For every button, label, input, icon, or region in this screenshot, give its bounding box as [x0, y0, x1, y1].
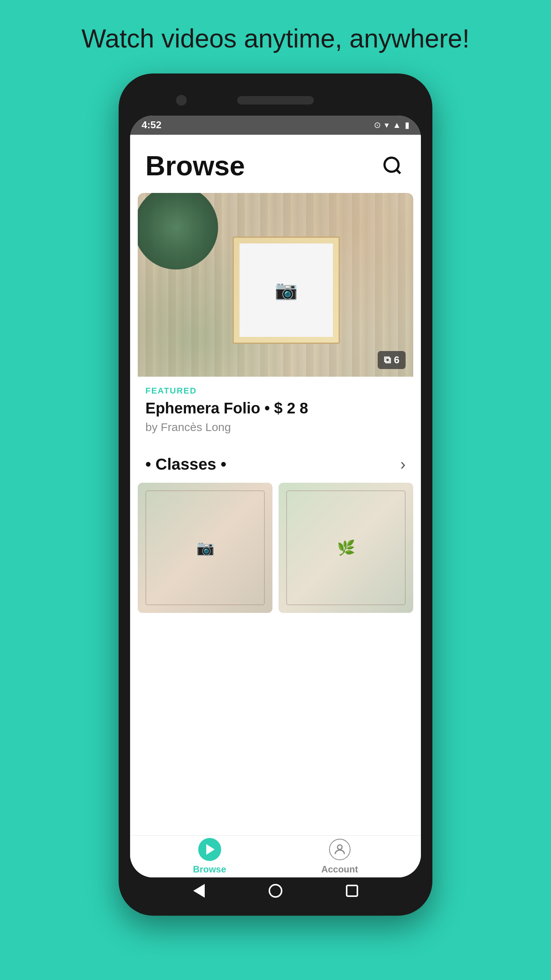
- svg-point-0: [384, 158, 398, 172]
- page-tagline: Watch videos anytime, anywhere!: [51, 0, 500, 74]
- scrapbook-item: 📷: [233, 237, 340, 344]
- page-title: Browse: [145, 150, 245, 181]
- featured-carousel[interactable]: 📷 ⧉ 6 FEATURED Ephemera Foli: [130, 193, 421, 440]
- bottom-nav: Browse Account: [130, 835, 421, 877]
- recents-button[interactable]: [342, 881, 362, 900]
- section-header: • Classes • ›: [130, 440, 421, 483]
- stack-icon: ⧉: [384, 354, 391, 366]
- featured-title-price: Ephemera Folio • $ 2 8: [145, 400, 406, 417]
- featured-image: 📷 ⧉ 6: [138, 193, 413, 377]
- phone-screen: 4:52 ⊙ ▾ ▲ ▮ Browse: [130, 116, 421, 877]
- nav-item-browse[interactable]: Browse: [193, 838, 226, 875]
- search-icon: [382, 155, 403, 176]
- signal-icon: ▲: [393, 120, 401, 130]
- status-time: 4:52: [142, 119, 161, 131]
- back-icon: [193, 884, 205, 898]
- featured-author: by Francès Long: [145, 421, 406, 434]
- play-circle: [198, 838, 221, 861]
- status-icons: ⊙ ▾ ▲ ▮: [374, 120, 409, 130]
- notification-icon: ⊙: [374, 120, 381, 130]
- class-2-decoration: 🌿: [286, 490, 406, 605]
- phone-camera: [176, 95, 187, 106]
- count-number: 6: [394, 354, 399, 366]
- search-button[interactable]: [379, 152, 406, 179]
- phone-device: 4:52 ⊙ ▾ ▲ ▮ Browse: [119, 74, 432, 916]
- status-bar: 4:52 ⊙ ▾ ▲ ▮: [130, 116, 421, 135]
- svg-point-2: [337, 845, 342, 849]
- class-card-2-image: 🌿: [279, 483, 413, 613]
- svg-line-1: [396, 170, 400, 173]
- app-content: Browse: [130, 135, 421, 877]
- class-card-1[interactable]: 📷: [138, 483, 272, 613]
- account-icon: [328, 838, 351, 861]
- browse-icon: [198, 838, 221, 861]
- section-title-classes: • Classes •: [145, 455, 227, 474]
- scrapbook-inner: 📷: [240, 243, 333, 337]
- featured-image-inner: 📷: [138, 193, 413, 377]
- home-icon: [269, 884, 282, 898]
- class-card-2[interactable]: 🌿: [279, 483, 413, 613]
- nav-item-account[interactable]: Account: [321, 838, 358, 875]
- camera-placeholder-icon: 📷: [275, 279, 298, 301]
- home-button[interactable]: [266, 881, 285, 900]
- featured-info: FEATURED Ephemera Folio • $ 2 8 by Franc…: [138, 377, 413, 440]
- browse-label: Browse: [193, 864, 226, 875]
- featured-card[interactable]: 📷 ⧉ 6 FEATURED Ephemera Foli: [138, 193, 413, 440]
- app-header: Browse: [130, 135, 421, 193]
- featured-label: FEATURED: [145, 386, 406, 396]
- recents-icon: [346, 885, 358, 897]
- classes-grid: 📷 🌿: [130, 483, 421, 613]
- wifi-icon: ▾: [385, 120, 389, 130]
- person-icon: [333, 843, 347, 856]
- phone-speaker: [237, 96, 314, 105]
- phone-notch: [130, 85, 421, 116]
- play-triangle: [206, 844, 215, 855]
- phone-bottom-bar: [130, 877, 421, 904]
- class-1-decoration: 📷: [145, 490, 265, 605]
- battery-icon: ▮: [405, 120, 409, 130]
- count-badge: ⧉ 6: [378, 351, 406, 369]
- account-label: Account: [321, 864, 358, 875]
- class-card-1-image: 📷: [138, 483, 272, 613]
- back-button[interactable]: [189, 881, 209, 900]
- account-circle: [329, 839, 350, 860]
- section-arrow-classes[interactable]: ›: [400, 455, 406, 474]
